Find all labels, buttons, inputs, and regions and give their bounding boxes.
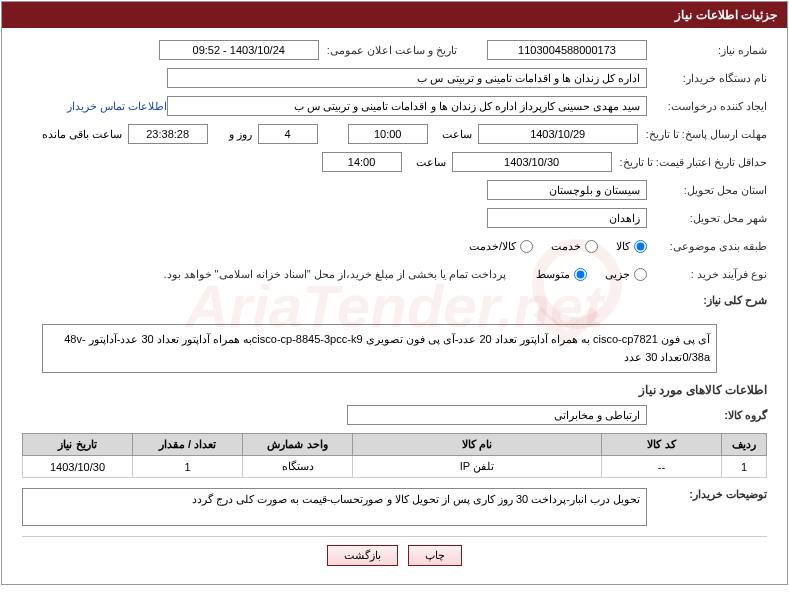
panel-header: جزئیات اطلاعات نیاز: [2, 2, 787, 28]
td-unit: دستگاه: [243, 456, 353, 478]
cat-goods-radio[interactable]: [634, 240, 647, 253]
proc-minor-item[interactable]: جزیی: [605, 268, 647, 281]
remaining-label: ساعت باقی مانده: [36, 128, 128, 141]
group-field: ارتباطی و مخابراتی: [347, 405, 647, 425]
cat-service-item[interactable]: خدمت: [551, 240, 598, 253]
announce-label: تاریخ و ساعت اعلان عمومی:: [319, 44, 487, 57]
button-row: چاپ بازگشت: [22, 536, 767, 574]
hour-label-2: ساعت: [402, 156, 452, 169]
goods-table: ردیف کد کالا نام کالا واحد شمارش تعداد /…: [22, 433, 767, 478]
creator-label: ایجاد کننده درخواست:: [647, 100, 767, 113]
validity-label: حداقل تاریخ اعتبار قیمت: تا تاریخ:: [612, 156, 767, 169]
days-field: 4: [258, 124, 318, 144]
province-label: استان محل تحویل:: [647, 184, 767, 197]
cat-both-radio[interactable]: [520, 240, 533, 253]
cat-both-item[interactable]: کالا/خدمت: [469, 240, 533, 253]
table-header-row: ردیف کد کالا نام کالا واحد شمارش تعداد /…: [23, 434, 767, 456]
print-button[interactable]: چاپ: [408, 545, 462, 566]
proc-minor-label: جزیی: [605, 268, 630, 281]
city-label: شهر محل تحویل:: [647, 212, 767, 225]
payment-note: پرداخت تمام یا بخشی از مبلغ خرید،از محل …: [163, 268, 506, 281]
th-unit: واحد شمارش: [243, 434, 353, 456]
cat-goods-label: کالا: [616, 240, 630, 253]
contact-link[interactable]: اطلاعات تماس خریدار: [67, 100, 167, 113]
td-qty: 1: [133, 456, 243, 478]
cat-service-radio[interactable]: [585, 240, 598, 253]
th-code: کد کالا: [602, 434, 722, 456]
city-field: زاهدان: [487, 208, 647, 228]
summary-box: آی پی فون cisco-cp7821 به همراه آداپتور …: [42, 324, 717, 373]
th-row: ردیف: [722, 434, 767, 456]
th-name: نام کالا: [353, 434, 602, 456]
td-row: 1: [722, 456, 767, 478]
td-code: --: [602, 456, 722, 478]
td-name: تلفن IP: [353, 456, 602, 478]
proc-medium-radio[interactable]: [574, 268, 587, 281]
need-no-field: 1103004588000173: [487, 40, 647, 60]
summary-label: شرح کلی نیاز:: [647, 294, 767, 307]
buyer-field: اداره کل زندان ها و اقدامات تامینی و ترب…: [167, 68, 647, 88]
province-field: سیستان و بلوچستان: [487, 180, 647, 200]
validity-time-field: 14:00: [322, 152, 402, 172]
deadline-label: مهلت ارسال پاسخ: تا تاریخ:: [638, 128, 767, 141]
buyer-label: نام دستگاه خریدار:: [647, 72, 767, 85]
proc-minor-radio[interactable]: [634, 268, 647, 281]
group-label: گروه کالا:: [647, 409, 767, 422]
td-date: 1403/10/30: [23, 456, 133, 478]
th-qty: تعداد / مقدار: [133, 434, 243, 456]
proc-medium-item[interactable]: متوسط: [536, 268, 587, 281]
cat-goods-item[interactable]: کالا: [616, 240, 647, 253]
cat-both-label: کالا/خدمت: [469, 240, 516, 253]
buyer-notes-label: توضیحات خریدار:: [647, 488, 767, 501]
panel-title: جزئیات اطلاعات نیاز: [675, 8, 777, 22]
announce-field: 1403/10/24 - 09:52: [159, 40, 319, 60]
panel-content: AriaTender.net شماره نیاز: 1103004588000…: [2, 28, 787, 584]
validity-date-field: 1403/10/30: [452, 152, 612, 172]
deadline-date-field: 1403/10/29: [478, 124, 638, 144]
buyer-notes-box: تحویل درب انبار-پرداخت 30 روز کاری پس از…: [22, 488, 647, 526]
hour-label-1: ساعت: [428, 128, 478, 141]
need-no-label: شماره نیاز:: [647, 44, 767, 57]
table-row: 1 -- تلفن IP دستگاه 1 1403/10/30: [23, 456, 767, 478]
goods-section-title: اطلاعات کالاهای مورد نیاز: [22, 383, 767, 397]
deadline-time-field: 10:00: [348, 124, 428, 144]
proc-medium-label: متوسط: [536, 268, 570, 281]
th-date: تاریخ نیاز: [23, 434, 133, 456]
back-button[interactable]: بازگشت: [327, 545, 398, 566]
process-label: نوع فرآیند خرید :: [647, 268, 767, 281]
main-panel: جزئیات اطلاعات نیاز AriaTender.net شماره…: [1, 1, 788, 585]
countdown-field: 23:38:28: [128, 124, 208, 144]
days-label: روز و: [208, 128, 258, 141]
category-label: طبقه بندی موضوعی:: [647, 240, 767, 253]
creator-field: سید مهدی حسینی کارپرداز اداره کل زندان ه…: [167, 96, 647, 116]
cat-service-label: خدمت: [551, 240, 581, 253]
category-radio-group: کالا خدمت کالا/خدمت: [469, 240, 647, 253]
process-radio-group: جزیی متوسط: [536, 268, 647, 281]
